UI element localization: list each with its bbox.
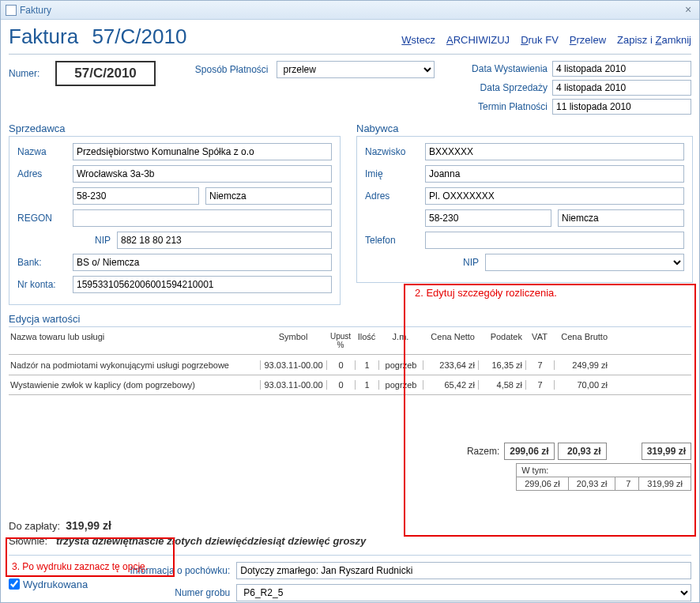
seller-kod-input[interactable] [73, 187, 199, 205]
dates: Data Wystawienia Data Sprzedaży Termin P… [453, 61, 691, 118]
page-title-number: 57/C/2010 [92, 24, 186, 48]
footer: Wydrukowana Informacja o pochówku: Numer… [9, 555, 691, 603]
info-label: Informacja o pochówku: [103, 565, 230, 576]
data-wyst-label: Data Wystawienia [453, 63, 548, 74]
buyer-title: Nabywca [356, 122, 693, 134]
header: Faktura 57/C/2010 Wstecz ARCHIWIZUJ Druk… [9, 24, 691, 55]
buyer-nazwisko-label: Nazwisko [365, 146, 419, 157]
table-row[interactable]: Nadzór na podmiotami wykonującymi usługi… [9, 354, 691, 375]
termin-label: Termin Płatności [453, 101, 548, 112]
seller-regon-label: REGON [17, 213, 66, 224]
info-input[interactable] [236, 562, 691, 579]
buyer-nip-label: NIP [425, 257, 479, 268]
buyer-imie-label: Imię [365, 168, 419, 179]
totals-row: Razem: 299,06 zł 20,93 zł 319,99 zł [9, 443, 691, 460]
items-grid: Nazwa towaru lub usługi Symbol Upust% Il… [9, 330, 691, 395]
header-actions: Wstecz ARCHIWIZUJ Druk FV Przelew Zapisz… [401, 34, 691, 46]
transfer-link[interactable]: Przelew [570, 34, 606, 46]
buyer-kod-input[interactable] [425, 209, 551, 227]
wtym-brutto: 319,99 zł [639, 477, 691, 490]
numer-label: Numer: [9, 68, 40, 79]
archive-link[interactable]: ARCHIWIZUJ [446, 34, 510, 46]
wtym-block: W tym: 299,06 zł 20,93 zł 7 319,99 zł [9, 463, 691, 491]
grave-select[interactable]: P6_R2_5 [236, 584, 691, 601]
seller-miasto-input[interactable] [205, 187, 332, 205]
data-wyst-input[interactable] [552, 61, 691, 77]
page-title: Faktura 57/C/2010 [9, 24, 186, 49]
seller-bank-input[interactable] [73, 254, 332, 271]
razem-label: Razem: [467, 446, 499, 457]
buyer-imie-input[interactable] [425, 165, 684, 183]
buyer-adres-input[interactable] [425, 187, 684, 205]
grid-header: Nazwa towaru lub usługi Symbol Upust% Il… [9, 330, 691, 354]
seller-adres-label: Adres [17, 168, 66, 179]
wtym-podatek: 20,93 zł [569, 477, 616, 490]
save-close-link[interactable]: Zapisz i Zamknij [617, 34, 691, 46]
sposob-label: Sposób Płatności [195, 64, 269, 75]
razem-brutto: 319,99 zł [642, 443, 691, 460]
seller-konto-label: Nr konta: [17, 279, 66, 290]
buyer-adres-label: Adres [365, 190, 419, 202]
window-title: Faktury [20, 5, 51, 16]
back-link[interactable]: Wstecz [401, 34, 435, 46]
wtym-netto: 299,06 zł [517, 477, 569, 490]
razem-netto: 299,06 zł [504, 443, 554, 460]
grave-label: Numer grobu [103, 587, 230, 598]
seller-nip-label: NIP [73, 235, 111, 246]
wtym-label: W tym: [517, 464, 691, 477]
titlebar: Faktury × [1, 1, 699, 20]
seller-adres-input[interactable] [73, 165, 332, 183]
data-sprz-input[interactable] [552, 80, 691, 96]
numer-value: 57/C/2010 [55, 61, 155, 86]
print-link[interactable]: Druk FV [521, 34, 559, 46]
table-row[interactable]: Wystawienie zwłok w kaplicy (dom pogrzeb… [9, 375, 691, 395]
close-icon[interactable]: × [682, 4, 694, 17]
termin-input[interactable] [552, 99, 691, 115]
slownie: Słownie: trzysta dziewiętnaście złotych … [9, 535, 691, 547]
buyer-nazwisko-input[interactable] [425, 143, 684, 160]
razem-podatek: 20,93 zł [558, 443, 607, 460]
seller-konto-input[interactable] [73, 276, 332, 293]
buyer-nip-select[interactable] [485, 254, 684, 271]
seller-regon-input[interactable] [73, 209, 332, 227]
buyer-miasto-input[interactable] [558, 209, 684, 227]
printed-checkbox[interactable] [9, 579, 20, 590]
do-zaplaty: Do zapłaty: 319,99 zł [9, 519, 691, 532]
seller-nip-input[interactable] [117, 232, 332, 249]
buyer-telefon-label: Telefon [365, 235, 419, 246]
seller-nazwa-input[interactable] [73, 143, 332, 160]
seller-bank-label: Bank: [17, 257, 66, 268]
form-icon [6, 5, 17, 16]
data-sprz-label: Data Sprzedaży [453, 82, 548, 93]
page-title-text: Faktura [9, 24, 78, 48]
seller-panel: Sprzedawca Nazwa Adres [9, 122, 341, 305]
grid-title: Edycja wartości [9, 313, 691, 327]
sposob-select[interactable]: przelew [277, 61, 435, 78]
wtym-vat: 7 [615, 477, 639, 490]
buyer-panel: Nabywca Nazwisko Imię Adres [356, 122, 693, 305]
printed-checkbox-label[interactable]: Wydrukowana [9, 562, 88, 603]
buyer-telefon-input[interactable] [425, 232, 684, 249]
seller-nazwa-label: Nazwa [17, 146, 66, 157]
seller-title: Sprzedawca [9, 122, 341, 134]
app-window: Faktury × Faktura 57/C/2010 Wstecz ARCHI… [0, 0, 700, 603]
